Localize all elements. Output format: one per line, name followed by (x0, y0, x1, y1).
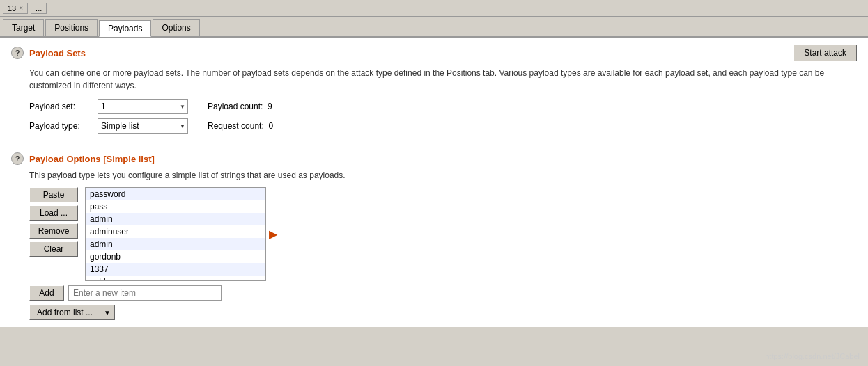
payload-type-label: Payload type: (29, 121, 92, 131)
list-item[interactable]: admin (86, 238, 265, 250)
arrow-indicator-icon: ▶ (269, 228, 277, 241)
payload-set-label: Payload set: (29, 102, 92, 111)
content-area: ? Payload Sets Start attack You can defi… (0, 38, 868, 327)
load-button[interactable]: Load ... (29, 205, 78, 221)
payload-sets-header: ? Payload Sets Start attack (11, 45, 857, 61)
payload-options-description: This payload type lets you configure a s… (29, 169, 857, 182)
request-count-label: Request count: 0 (208, 121, 273, 131)
payload-sets-description: You can define one or more payload sets.… (29, 67, 857, 92)
payload-sets-help-icon[interactable]: ? (11, 47, 24, 59)
payload-count-label: Payload count: 9 (208, 102, 272, 111)
list-container: passwordpassadminadminuseradmingordonb13… (85, 187, 277, 281)
main-tabs: Target Positions Payloads Options (0, 17, 868, 38)
remove-button[interactable]: Remove (29, 223, 78, 239)
add-item-input[interactable] (68, 285, 222, 301)
close-icon[interactable]: × (19, 4, 23, 12)
list-item[interactable]: 1337 (86, 263, 265, 276)
list-item[interactable]: pass (86, 200, 265, 213)
payload-sets-title: Payload Sets (29, 48, 86, 58)
list-item[interactable]: admin (86, 213, 265, 225)
payload-options-title: Payload Options [Simple list] (29, 154, 155, 164)
add-from-list-button[interactable]: Add from list ... (29, 305, 100, 320)
payload-set-row: Payload set: 1 Payload count: 9 (29, 99, 857, 114)
tab-target[interactable]: Target (3, 19, 44, 36)
list-buttons: Paste Load ... Remove Clear (29, 187, 78, 281)
add-from-list-dropdown-icon[interactable]: ▼ (100, 305, 115, 320)
payload-sets-section: ? Payload Sets Start attack You can defi… (0, 38, 868, 145)
payload-options-title-row: ? Payload Options [Simple list] (11, 152, 857, 165)
payload-options-help-icon[interactable]: ? (11, 152, 24, 165)
add-from-list-row: Add from list ... ▼ (29, 305, 857, 320)
paste-button[interactable]: Paste (29, 187, 78, 202)
add-row: Add (29, 285, 857, 301)
start-attack-button[interactable]: Start attack (793, 45, 857, 61)
payload-type-select[interactable]: Simple list (98, 118, 188, 134)
title-bar: 13 × ... (0, 0, 868, 17)
tab-payloads[interactable]: Payloads (99, 20, 151, 37)
payload-listbox[interactable]: passwordpassadminadminuseradmingordonb13… (85, 187, 266, 281)
list-item[interactable]: password (86, 188, 265, 200)
list-item[interactable]: pablo (86, 276, 265, 281)
tab-number-label: 13 (8, 4, 16, 13)
list-item[interactable]: adminuser (86, 225, 265, 238)
tab-options[interactable]: Options (153, 19, 199, 36)
payload-type-row: Payload type: Simple list Request count:… (29, 118, 857, 134)
payload-type-select-wrapper[interactable]: Simple list (98, 118, 188, 134)
ellipsis-button[interactable]: ... (31, 3, 47, 14)
payload-sets-title-row: ? Payload Sets (11, 47, 86, 59)
payload-set-select-wrapper[interactable]: 1 (98, 99, 188, 114)
tab-positions[interactable]: Positions (45, 19, 98, 36)
payload-set-select[interactable]: 1 (98, 99, 188, 114)
list-area: Paste Load ... Remove Clear passwordpass… (29, 187, 857, 281)
list-item[interactable]: gordonb (86, 250, 265, 263)
add-button[interactable]: Add (29, 285, 64, 301)
payload-options-section: ? Payload Options [Simple list] This pay… (0, 145, 868, 327)
tab-number[interactable]: 13 × (3, 3, 28, 14)
clear-button[interactable]: Clear (29, 241, 78, 257)
